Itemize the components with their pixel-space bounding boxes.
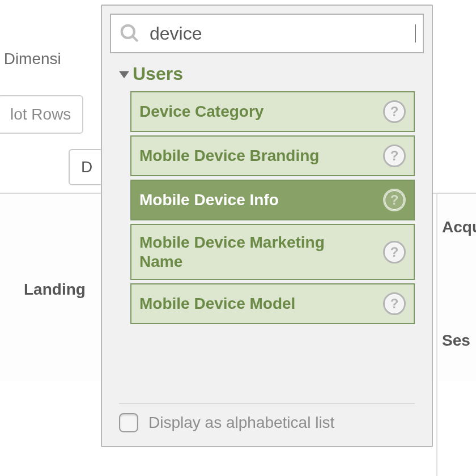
option-mobile-device-marketing-name[interactable]: Mobile Device Marketing Name ? (130, 224, 415, 280)
help-icon[interactable]: ? (383, 292, 406, 315)
option-device-category[interactable]: Device Category ? (130, 91, 415, 132)
alpha-list-label: Display as alphabetical list (148, 414, 334, 432)
search-input[interactable] (148, 23, 416, 45)
secondary-dimension-label: ary Dimensi (0, 50, 61, 68)
option-label: Mobile Device Branding (139, 146, 319, 165)
help-icon[interactable]: ? (383, 100, 406, 123)
group-header-users[interactable]: Users (119, 63, 432, 84)
alpha-list-row[interactable]: Display as alphabetical list (119, 413, 415, 432)
option-label: Mobile Device Marketing Name (139, 233, 366, 271)
group-title: Users (133, 63, 183, 84)
help-icon[interactable]: ? (383, 241, 406, 264)
acquisition-column-header[interactable]: Acqu (442, 218, 476, 236)
options-list: Device Category ? Mobile Device Branding… (130, 91, 415, 324)
column-divider (436, 193, 437, 476)
svg-line-1 (133, 36, 137, 41)
option-mobile-device-model[interactable]: Mobile Device Model ? (130, 283, 415, 324)
search-icon (119, 23, 141, 44)
search-field-wrap[interactable] (110, 14, 424, 53)
caret-down-icon (119, 69, 129, 79)
alpha-list-checkbox[interactable] (119, 413, 138, 432)
help-icon[interactable]: ? (383, 189, 406, 211)
option-mobile-device-info[interactable]: Mobile Device Info ? (130, 180, 415, 220)
plot-rows-button[interactable]: lot Rows (0, 95, 83, 134)
option-label: Device Category (139, 102, 264, 121)
option-label: Mobile Device Model (139, 294, 295, 313)
option-label: Mobile Device Info (139, 190, 279, 210)
option-mobile-device-branding[interactable]: Mobile Device Branding ? (130, 135, 415, 176)
panel-divider (119, 403, 415, 404)
sort-type-select[interactable]: D (69, 149, 105, 185)
text-cursor (415, 24, 416, 42)
landing-column-header[interactable]: Landing (24, 280, 86, 299)
help-icon[interactable]: ? (383, 144, 406, 167)
dimension-picker-panel: Users Device Category ? Mobile Device Br… (101, 5, 433, 447)
sessions-column-header[interactable]: Ses (442, 332, 470, 350)
